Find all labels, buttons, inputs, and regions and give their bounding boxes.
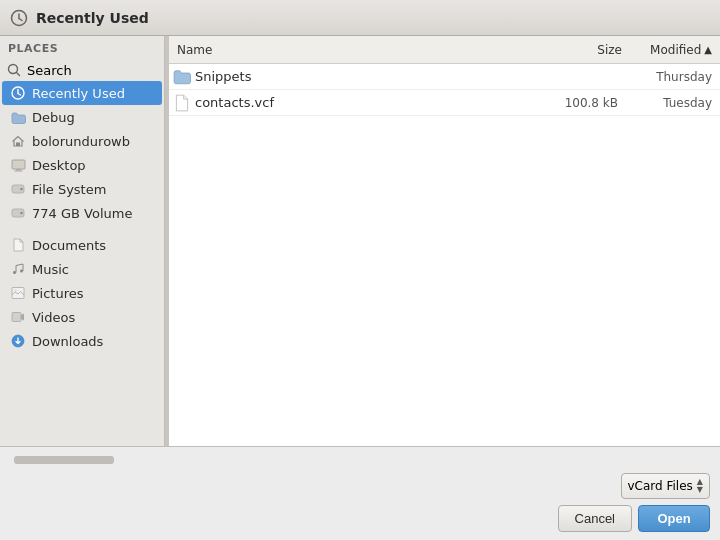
- file-name-contacts: contacts.vcf: [195, 95, 536, 110]
- col-size-label: Size: [597, 43, 622, 57]
- title-bar-text: Recently Used: [36, 10, 149, 26]
- sidebar-item-label-pictures: Pictures: [32, 286, 83, 301]
- music-icon: [10, 261, 26, 277]
- sidebar-item-label-desktop: Desktop: [32, 158, 86, 173]
- sidebar-item-label-volume: 774 GB Volume: [32, 206, 132, 221]
- file-list: Snippets Thursday contacts.vcf 100.8 kB …: [169, 64, 720, 446]
- sidebar-item-pictures[interactable]: Pictures: [2, 281, 162, 305]
- sidebar-item-filesystem[interactable]: File System: [2, 177, 162, 201]
- svg-rect-8: [16, 143, 20, 147]
- sidebar-item-recently-used[interactable]: Recently Used: [2, 81, 162, 105]
- sidebar-item-music[interactable]: Music: [2, 257, 162, 281]
- drive-icon-fs: [10, 181, 26, 197]
- sidebar-item-label-recently-used: Recently Used: [32, 86, 125, 101]
- col-name-label: Name: [177, 43, 212, 57]
- drive-icon-vol: [10, 205, 26, 221]
- buttons-row: Cancel Open: [10, 505, 710, 534]
- bottom-area: vCard Files ▲ ▼ Cancel Open: [0, 446, 720, 540]
- sidebar-item-desktop[interactable]: Desktop: [2, 153, 162, 177]
- videos-icon: [10, 309, 26, 325]
- cancel-button[interactable]: Cancel: [558, 505, 632, 532]
- svg-point-17: [14, 289, 16, 291]
- sidebar-item-label-downloads: Downloads: [32, 334, 103, 349]
- places-header: Places: [0, 36, 164, 59]
- home-icon: [10, 133, 26, 149]
- svg-rect-10: [16, 169, 21, 171]
- search-icon: [6, 62, 22, 78]
- sort-arrow-modified: ▲: [704, 44, 712, 55]
- col-header-size[interactable]: Size: [540, 36, 630, 63]
- sidebar: Places Search: [0, 36, 165, 446]
- scrollbar-area[interactable]: [10, 453, 710, 467]
- sidebar-item-home[interactable]: bolorundurowb: [2, 129, 162, 153]
- file-list-header: Name Size Modified ▲: [169, 36, 720, 64]
- col-header-name[interactable]: Name: [169, 36, 540, 63]
- downloads-icon: [10, 333, 26, 349]
- search-row[interactable]: Search: [0, 59, 164, 81]
- recently-used-icon: [10, 9, 28, 27]
- sidebar-item-debug[interactable]: Debug: [2, 105, 162, 129]
- open-button[interactable]: Open: [638, 505, 710, 532]
- file-modified-snippets: Thursday: [626, 70, 716, 84]
- col-modified-label: Modified: [650, 43, 701, 57]
- filter-arrows: ▲ ▼: [697, 478, 703, 494]
- filter-select[interactable]: vCard Files ▲ ▼: [621, 473, 710, 499]
- vcf-icon: [173, 94, 191, 112]
- folder-icon-debug: [10, 109, 26, 125]
- desktop-icon: [10, 157, 26, 173]
- pictures-icon: [10, 285, 26, 301]
- sidebar-item-videos[interactable]: Videos: [2, 305, 162, 329]
- search-label: Search: [27, 63, 72, 78]
- file-name-snippets: Snippets: [195, 69, 536, 84]
- sidebar-item-label-debug: Debug: [32, 110, 75, 125]
- table-row[interactable]: contacts.vcf 100.8 kB Tuesday: [169, 90, 720, 116]
- file-size-contacts: 100.8 kB: [536, 96, 626, 110]
- clock-icon: [10, 85, 26, 101]
- filter-row: vCard Files ▲ ▼: [10, 473, 710, 499]
- sidebar-item-downloads[interactable]: Downloads: [2, 329, 162, 353]
- sidebar-item-label-documents: Documents: [32, 238, 106, 253]
- dialog-content: Places Search: [0, 36, 720, 540]
- sidebar-item-label-music: Music: [32, 262, 69, 277]
- svg-rect-9: [12, 160, 25, 169]
- sep1: [0, 225, 164, 233]
- svg-point-13: [20, 188, 22, 190]
- paned-area: Places Search: [0, 36, 720, 446]
- col-header-modified[interactable]: Modified ▲: [630, 36, 720, 63]
- sidebar-item-documents[interactable]: Documents: [2, 233, 162, 257]
- svg-line-2: [19, 18, 22, 20]
- scrollbar-thumb[interactable]: [14, 456, 114, 464]
- sidebar-item-label-filesystem: File System: [32, 182, 106, 197]
- sidebar-item-label-home: bolorundurowb: [32, 134, 130, 149]
- svg-line-4: [17, 73, 20, 76]
- svg-point-15: [20, 212, 22, 214]
- file-modified-contacts: Tuesday: [626, 96, 716, 110]
- folder-icon-snippets: [173, 68, 191, 86]
- sidebar-item-label-videos: Videos: [32, 310, 75, 325]
- svg-line-7: [18, 94, 21, 96]
- svg-rect-18: [12, 313, 21, 322]
- svg-rect-11: [14, 170, 22, 171]
- table-row[interactable]: Snippets Thursday: [169, 64, 720, 90]
- document-icon: [10, 237, 26, 253]
- filter-label: vCard Files: [628, 479, 693, 493]
- title-bar: Recently Used: [0, 0, 720, 36]
- sidebar-item-volume[interactable]: 774 GB Volume: [2, 201, 162, 225]
- file-area: Name Size Modified ▲ Snippets: [169, 36, 720, 446]
